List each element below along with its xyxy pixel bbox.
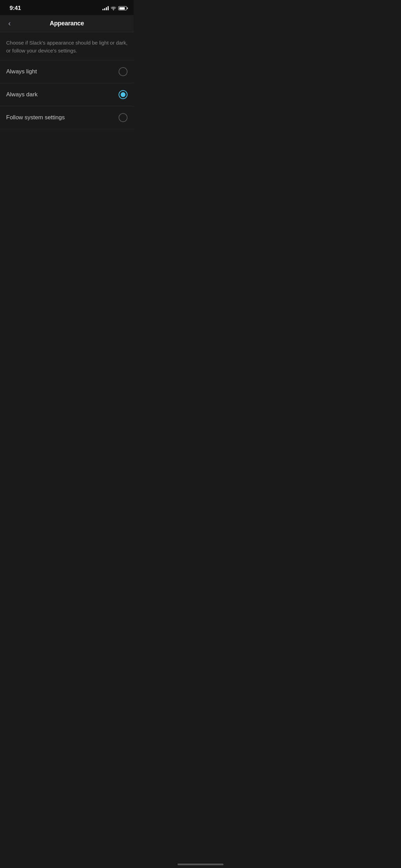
nav-title: Appearance	[50, 20, 84, 27]
wifi-icon	[111, 6, 116, 10]
battery-body	[118, 6, 127, 10]
option-follow-system-label: Follow system settings	[6, 114, 65, 121]
battery-fill	[119, 7, 125, 10]
status-icons	[102, 6, 127, 10]
signal-icon	[102, 6, 109, 10]
description-text: Choose if Slack's appearance should be l…	[0, 32, 134, 60]
option-always-light-label: Always light	[6, 68, 37, 75]
back-button[interactable]: ‹	[5, 19, 13, 29]
option-always-dark-label: Always dark	[6, 91, 38, 98]
option-follow-system[interactable]: Follow system settings	[0, 106, 134, 129]
status-bar: 9:41	[0, 0, 134, 15]
nav-bar: ‹ Appearance	[0, 15, 134, 32]
signal-bar-2	[104, 8, 105, 10]
option-always-light[interactable]: Always light	[0, 60, 134, 83]
status-time: 9:41	[10, 5, 21, 12]
signal-bar-1	[102, 9, 104, 10]
option-always-dark[interactable]: Always dark	[0, 83, 134, 106]
description-content: Choose if Slack's appearance should be l…	[6, 40, 127, 53]
radio-always-dark[interactable]	[119, 90, 127, 99]
battery-icon	[118, 6, 127, 10]
signal-bar-3	[106, 7, 107, 10]
signal-bar-4	[108, 6, 109, 10]
options-list: Always light Always dark Follow system s…	[0, 60, 134, 129]
radio-follow-system[interactable]	[119, 113, 127, 122]
back-chevron-icon: ‹	[8, 20, 11, 27]
radio-always-light[interactable]	[119, 67, 127, 76]
